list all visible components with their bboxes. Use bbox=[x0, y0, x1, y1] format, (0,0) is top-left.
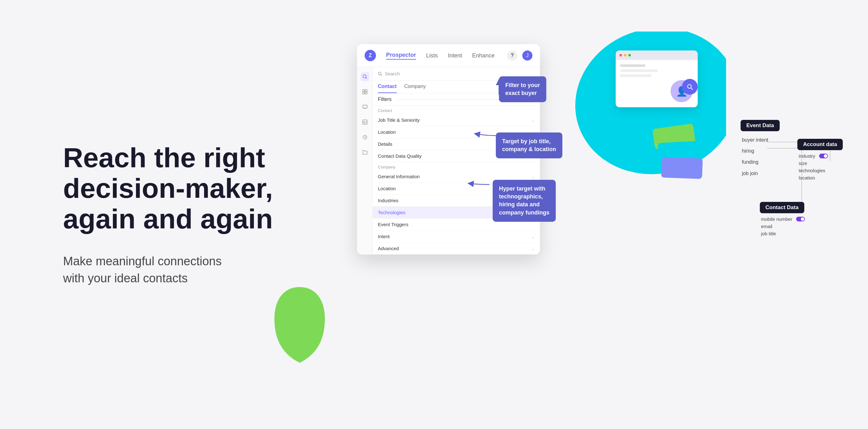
callout-target-text1: Target by job title, bbox=[502, 138, 551, 145]
user-avatar[interactable]: J bbox=[522, 51, 532, 61]
sidebar-search-icon[interactable] bbox=[361, 72, 369, 81]
panel-header: Z Prospector Lists Intent Enhance ? J bbox=[357, 44, 540, 67]
svg-line-2 bbox=[366, 78, 367, 79]
subtext-line1: Make meaningful connections bbox=[63, 254, 222, 268]
svg-rect-8 bbox=[363, 120, 367, 124]
sidebar-table-icon[interactable] bbox=[361, 118, 369, 126]
main-heading: Reach the right decision-maker, again an… bbox=[63, 143, 284, 234]
callout-target: Target by job title, company & location bbox=[496, 132, 562, 158]
event-data-item-1: buyer intent bbox=[742, 134, 780, 146]
subtext-line2: with your ideal contacts bbox=[63, 271, 188, 284]
nav-intent[interactable]: Intent bbox=[448, 52, 462, 59]
account-data-items: industry size technologies location bbox=[797, 153, 843, 180]
contact-data-items: mobile number email job title bbox=[760, 216, 805, 236]
sidebar-grid-icon[interactable] bbox=[361, 87, 369, 96]
callout-target-text2: company & location bbox=[502, 146, 556, 152]
callout-hyper-text3: hiring data and bbox=[499, 201, 540, 208]
event-data-items: buyer intent hiring funding job join bbox=[741, 134, 780, 179]
svg-rect-3 bbox=[363, 90, 365, 91]
card-stack bbox=[653, 126, 710, 189]
event-data-panel: Event Data buyer intent hiring funding j… bbox=[741, 120, 780, 179]
sidebar-folder-icon[interactable] bbox=[361, 148, 369, 157]
user-initial: J bbox=[526, 53, 529, 58]
callout-filter-text2: exact buyer bbox=[505, 90, 537, 96]
sub-text: Make meaningful connections with your id… bbox=[63, 253, 284, 286]
search-placeholder: Search bbox=[385, 71, 400, 76]
svg-rect-4 bbox=[365, 90, 367, 91]
event-data-title: Event Data bbox=[741, 120, 780, 131]
svg-rect-6 bbox=[365, 92, 367, 94]
svg-line-17 bbox=[691, 88, 693, 90]
tab-company[interactable]: Company bbox=[404, 81, 426, 93]
account-data-panel: Account data industry size technologies … bbox=[797, 139, 843, 180]
company-section-title: Company bbox=[373, 162, 540, 171]
svg-line-14 bbox=[381, 74, 382, 76]
filter-job-title[interactable]: Job Title & Seniority ⌄ bbox=[373, 114, 540, 126]
contact-data-panel: Contact Data mobile number email job tit… bbox=[760, 202, 805, 236]
help-button[interactable]: ? bbox=[507, 51, 517, 61]
heading-line3: again and again bbox=[63, 203, 273, 234]
contact-data-title: Contact Data bbox=[760, 202, 804, 213]
nav-enhance[interactable]: Enhance bbox=[472, 52, 495, 59]
event-data-item-3: funding bbox=[742, 156, 780, 167]
person-illustration: 👤 bbox=[616, 51, 698, 107]
account-item-location: location bbox=[799, 175, 843, 180]
callout-hyper-text2: technographics, bbox=[499, 193, 543, 200]
right-section: Z Prospector Lists Intent Enhance ? J bbox=[332, 0, 868, 429]
chevron-icon: ⌄ bbox=[531, 234, 535, 239]
stacked-cards bbox=[653, 126, 710, 189]
contact-item-mobile: mobile number bbox=[761, 216, 805, 222]
callout-hyper-text4: company fundings bbox=[499, 210, 550, 216]
contact-item-job-title: job title bbox=[761, 231, 805, 236]
contact-section-title: Contact bbox=[373, 106, 540, 114]
placeholder-bar bbox=[620, 69, 658, 72]
sidebar-chat-icon[interactable] bbox=[361, 102, 369, 111]
filter-intent[interactable]: Intent ⌄ bbox=[373, 231, 540, 243]
panel-nav: Prospector Lists Intent Enhance bbox=[386, 52, 497, 60]
account-item-technologies: technologies bbox=[799, 168, 843, 173]
left-section: Reach the right decision-maker, again an… bbox=[63, 143, 284, 287]
account-data-title: Account data bbox=[797, 139, 843, 150]
screen-card: 👤 bbox=[616, 51, 698, 107]
chevron-icon: ⌄ bbox=[531, 174, 535, 179]
contact-item-email: email bbox=[761, 224, 805, 229]
dot-yellow bbox=[624, 54, 626, 57]
filters-label: Filters bbox=[378, 96, 392, 102]
callout-filter-text1: Filter to your bbox=[505, 82, 540, 88]
screen-card-header bbox=[616, 51, 698, 60]
toggle-mobile[interactable] bbox=[796, 217, 805, 221]
app-logo: Z bbox=[365, 50, 376, 61]
screen-card-body: 👤 bbox=[616, 60, 698, 107]
sidebar-history-icon[interactable] bbox=[361, 133, 369, 142]
sidebar-icons bbox=[357, 67, 373, 254]
nav-prospector[interactable]: Prospector bbox=[386, 52, 416, 60]
help-icon: ? bbox=[511, 53, 514, 58]
nav-lists[interactable]: Lists bbox=[426, 52, 438, 59]
account-item-industry: industry bbox=[799, 153, 843, 159]
callout-hyper-text1: Hyper target with bbox=[499, 185, 545, 192]
event-data-item-2: hiring bbox=[742, 146, 780, 156]
placeholder-bar bbox=[620, 74, 652, 77]
logo-initial: Z bbox=[369, 53, 372, 58]
placeholder-bar bbox=[620, 64, 645, 67]
svg-point-16 bbox=[688, 85, 691, 88]
filter-advanced[interactable]: Advanced ⌄ bbox=[373, 243, 540, 254]
event-data-item-4: job join bbox=[742, 168, 780, 179]
stack-card-purple bbox=[661, 157, 703, 179]
toggle-industry[interactable] bbox=[819, 154, 828, 158]
callout-hyper: Hyper target with technographics, hiring… bbox=[493, 180, 556, 222]
dot-red bbox=[619, 54, 622, 57]
svg-rect-5 bbox=[363, 92, 365, 94]
account-item-size: size bbox=[799, 160, 843, 166]
chevron-icon: ⌄ bbox=[531, 118, 535, 123]
dot-green bbox=[628, 54, 631, 57]
tab-contact[interactable]: Contact bbox=[378, 81, 397, 93]
heading-line1: Reach the right bbox=[63, 142, 265, 173]
panel-icons: ? J bbox=[507, 51, 532, 61]
heading-line2: decision-maker, bbox=[63, 172, 273, 204]
chevron-icon: ⌄ bbox=[531, 246, 535, 251]
callout-filter: Filter to your exact buyer bbox=[499, 76, 546, 102]
search-circle bbox=[682, 79, 698, 95]
